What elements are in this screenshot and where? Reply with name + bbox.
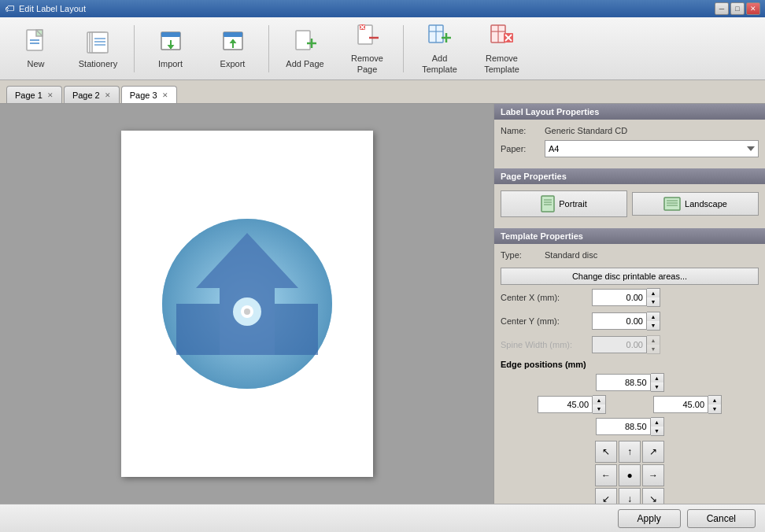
tab-page2-close[interactable]: ✕ (105, 91, 111, 99)
portrait-icon (541, 195, 555, 212)
edge-top-input[interactable] (596, 374, 651, 391)
remove-page-icon (353, 22, 382, 50)
edge-middle-row: ▲ ▼ ▲ ▼ (538, 395, 722, 414)
edge-bottom-down[interactable]: ▼ (651, 427, 663, 435)
center-y-row: Center Y (mm): ▲ ▼ (501, 312, 759, 331)
tab-page2[interactable]: Page 2 ✕ (64, 86, 120, 103)
maximize-button[interactable]: □ (730, 2, 745, 15)
edge-positions-section: Edge positions (mm) (501, 359, 759, 370)
toolbar: New Stationery Import (0, 17, 765, 80)
cancel-button[interactable]: Cancel (687, 509, 756, 528)
edge-bottom-up[interactable]: ▲ (651, 418, 663, 427)
landscape-label: Landscape (685, 199, 727, 209)
export-icon (219, 28, 247, 56)
portrait-label: Portrait (559, 199, 586, 209)
name-value: Generic Standard CD (545, 126, 627, 135)
arrow-grid: ↖ ↑ ↗ ← ● → ↙ ↓ ↘ (595, 441, 664, 504)
arrow-se[interactable]: ↘ (642, 488, 664, 504)
center-y-up[interactable]: ▲ (647, 312, 660, 321)
center-y-label: Center Y (mm): (501, 316, 587, 326)
toolbar-stationery-label: Stationery (79, 59, 118, 69)
arrow-s[interactable]: ↓ (619, 488, 641, 504)
toolbar-import-label: Import (158, 59, 183, 69)
change-disc-button[interactable]: Change disc printable areas... (501, 268, 759, 285)
template-properties-header: Template Properties (494, 228, 765, 244)
tab-page1-label: Page 1 (15, 91, 42, 100)
edge-left-input[interactable] (538, 396, 593, 413)
toolbar-export-label: Export (220, 59, 246, 69)
remove-template-icon (488, 22, 516, 50)
toolbar-sep-1 (134, 25, 135, 72)
toolbar-remove-page[interactable]: Remove Page (338, 22, 397, 76)
edge-right-up[interactable]: ▲ (708, 396, 721, 405)
edge-right-down[interactable]: ▼ (708, 405, 721, 413)
edge-bottom-spinners: ▲ ▼ (651, 417, 664, 436)
portrait-button[interactable]: Portrait (501, 190, 627, 217)
arrow-ne[interactable]: ↗ (642, 441, 664, 463)
spine-width-up: ▲ (647, 336, 660, 345)
center-x-input[interactable] (592, 289, 647, 306)
tab-page3[interactable]: Page 3 ✕ (121, 86, 177, 103)
toolbar-remove-template[interactable]: Remove Template (472, 22, 531, 76)
svg-point-42 (244, 308, 250, 315)
label-layout-content: Name: Generic Standard CD Paper: A4 A3 L… (494, 120, 765, 168)
apply-button[interactable]: Apply (618, 509, 681, 528)
toolbar-sep-2 (268, 25, 269, 72)
page-properties-header: Page Properties (494, 168, 765, 184)
edge-top-down[interactable]: ▼ (651, 382, 663, 391)
toolbar-remove-template-label: Remove Template (476, 54, 527, 74)
edge-top-up[interactable]: ▲ (651, 374, 663, 382)
edge-positions-grid: ▲ ▼ ▲ ▼ ▲ (501, 373, 759, 436)
center-x-up[interactable]: ▲ (647, 289, 660, 297)
toolbar-new[interactable]: New (6, 22, 65, 76)
edge-right-spinners: ▲ ▼ (708, 395, 722, 414)
type-label: Type: (501, 250, 540, 260)
stationery-icon (84, 28, 113, 56)
center-x-label: Center X (mm): (501, 293, 587, 302)
tab-page1[interactable]: Page 1 ✕ (6, 86, 62, 103)
edge-bottom-input[interactable] (596, 418, 651, 435)
edge-left-spinners: ▲ ▼ (593, 395, 606, 414)
toolbar-stationery[interactable]: Stationery (68, 22, 128, 76)
title-bar-text: Edit Label Layout (19, 4, 715, 13)
arrow-center[interactable]: ● (619, 464, 641, 486)
edge-bottom-field: ▲ ▼ (596, 417, 664, 436)
arrow-sw[interactable]: ↙ (595, 488, 617, 504)
toolbar-export[interactable]: Export (203, 22, 262, 76)
edge-left-down[interactable]: ▼ (593, 405, 605, 413)
landscape-button[interactable]: Landscape (632, 192, 759, 216)
paper-select[interactable]: A4 A3 Letter Legal (545, 140, 759, 157)
svg-marker-39 (275, 304, 318, 355)
edge-right-input[interactable] (653, 396, 708, 413)
edge-left-up[interactable]: ▲ (593, 396, 605, 405)
tab-page3-close[interactable]: ✕ (162, 91, 168, 99)
center-y-down[interactable]: ▼ (647, 321, 660, 330)
arrow-e[interactable]: → (642, 464, 664, 486)
toolbar-add-page[interactable]: Add Page (275, 22, 334, 76)
cd-graphic (161, 217, 334, 390)
title-bar-controls: ─ □ ✕ (715, 2, 760, 15)
page-canvas (121, 131, 373, 477)
arrow-nw[interactable]: ↖ (595, 441, 617, 463)
edge-top-spinners: ▲ ▼ (651, 373, 664, 392)
toolbar-add-template[interactable]: Add Template (410, 22, 469, 76)
arrow-w[interactable]: ← (595, 464, 617, 486)
center-y-input[interactable] (592, 312, 647, 330)
svg-rect-14 (224, 32, 242, 37)
name-label: Name: (501, 126, 540, 135)
tab-page1-close[interactable]: ✕ (47, 91, 54, 99)
right-panel: Label Layout Properties Name: Generic St… (493, 104, 765, 504)
add-page-icon (291, 28, 320, 56)
center-y-spinners: ▲ ▼ (647, 312, 660, 331)
spine-width-input (592, 336, 647, 353)
close-button[interactable]: ✕ (746, 2, 760, 15)
arrow-n[interactable]: ↑ (619, 441, 641, 463)
minimize-button[interactable]: ─ (715, 2, 729, 15)
import-icon (157, 28, 185, 56)
toolbar-import[interactable]: Import (141, 22, 200, 76)
svg-rect-16 (296, 31, 310, 50)
svg-rect-6 (92, 32, 108, 53)
svg-rect-11 (161, 32, 180, 37)
edge-top-field: ▲ ▼ (596, 373, 664, 392)
center-x-down[interactable]: ▼ (647, 297, 660, 306)
